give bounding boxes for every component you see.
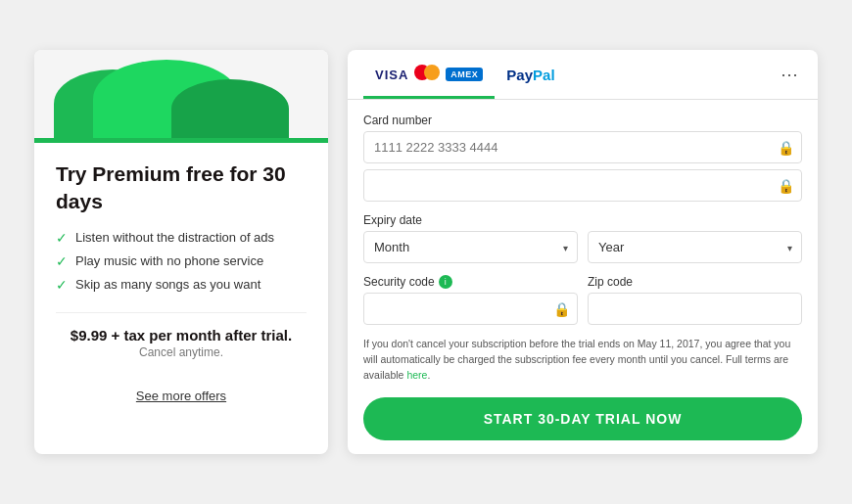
tab-card[interactable]: VISA AMEX: [363, 51, 495, 98]
paypal-label: PayPal: [506, 67, 554, 83]
expiry-group: Expiry date Month 01 02 03 04 05 06: [363, 213, 802, 263]
card-illustration: [34, 50, 328, 138]
year-group: Year 2017 2018 2019 2020 2021 2022 ▾: [588, 231, 802, 263]
features-list: ✓ Listen without the distraction of ads …: [56, 230, 307, 293]
card-number-secondary-input[interactable]: [363, 169, 802, 202]
feature-text-1: Listen without the distraction of ads: [75, 230, 274, 245]
feature-item-3: ✓ Skip as many songs as you want: [56, 277, 307, 293]
check-icon-1: ✓: [56, 230, 68, 246]
year-select[interactable]: Year 2017 2018 2019 2020 2021 2022: [588, 231, 802, 263]
terms-text: If you don't cancel your subscription be…: [363, 337, 802, 383]
start-trial-button[interactable]: START 30-DAY TRIAL NOW: [363, 397, 802, 440]
terms-link[interactable]: here: [406, 369, 427, 381]
zip-code-input[interactable]: [588, 293, 802, 325]
mc-circles: [414, 65, 440, 80]
card-number-input-wrapper: 🔒: [363, 131, 802, 163]
card-number-input[interactable]: [363, 131, 802, 163]
security-label-text: Security code: [363, 275, 435, 289]
info-icon: i: [439, 275, 452, 289]
see-more-link[interactable]: See more offers: [136, 389, 226, 403]
card-number-secondary-wrapper: 🔒: [363, 169, 802, 202]
security-input-wrapper: 🔒: [363, 293, 578, 325]
lock-gray-icon: 🔒: [778, 178, 794, 194]
price-section: $9.99 + tax per month after trial. Cance…: [56, 312, 307, 359]
security-zip-row: Security code i 🔒 Zip code: [363, 275, 802, 337]
hill-3: [171, 79, 289, 138]
expiry-row: Month 01 02 03 04 05 06 07 08 09 10: [363, 231, 802, 263]
zip-input-wrapper: [588, 293, 802, 325]
zip-label: Zip code: [588, 275, 802, 289]
price-text: $9.99 + tax per month after trial.: [56, 327, 307, 344]
security-label: Security code i: [363, 275, 578, 289]
month-group: Month 01 02 03 04 05 06 07 08 09 10: [363, 231, 578, 263]
card-number-label: Card number: [363, 114, 802, 127]
paypal-pal-text: Pal: [533, 67, 555, 83]
mc-orange-circle: [424, 65, 440, 80]
lock-orange-icon: 🔒: [778, 140, 794, 156]
zip-group: Zip code: [588, 275, 802, 325]
feature-text-3: Skip as many songs as you want: [75, 277, 260, 292]
expiry-label: Expiry date: [363, 213, 802, 227]
more-options-icon[interactable]: ⋯: [777, 50, 802, 99]
amex-icon: AMEX: [446, 68, 483, 81]
security-group: Security code i 🔒: [363, 275, 578, 325]
security-code-input[interactable]: [363, 293, 578, 325]
month-select[interactable]: Month 01 02 03 04 05 06 07 08 09 10: [363, 231, 578, 263]
year-select-wrapper: Year 2017 2018 2019 2020 2021 2022 ▾: [588, 231, 802, 263]
paypal-pay-text: Pay: [506, 67, 533, 83]
payment-method-tabs: VISA AMEX PayPal ⋯: [348, 50, 818, 100]
payment-form: Card number 🔒 🔒 Expiry date: [348, 100, 818, 453]
check-icon-2: ✓: [56, 253, 68, 269]
feature-item-1: ✓ Listen without the distraction of ads: [56, 230, 307, 246]
cancel-text: Cancel anytime.: [56, 345, 307, 359]
mastercard-icon: [414, 65, 440, 84]
see-more-section[interactable]: See more offers: [34, 375, 328, 418]
terms-period: .: [427, 369, 430, 381]
payment-card: VISA AMEX PayPal ⋯ Card number: [348, 50, 818, 453]
premium-offer-card: Try Premium free for 30 days ✓ Listen wi…: [34, 50, 328, 453]
card-number-group: Card number 🔒 🔒: [363, 114, 802, 202]
hills-decoration: [34, 69, 328, 138]
tab-paypal[interactable]: PayPal: [495, 53, 566, 97]
security-lock-icon: 🔒: [553, 301, 570, 317]
check-icon-3: ✓: [56, 277, 68, 293]
offer-title: Try Premium free for 30 days: [56, 160, 307, 214]
feature-text-2: Play music with no phone service: [75, 253, 263, 268]
visa-label: VISA: [375, 68, 408, 82]
month-select-wrapper: Month 01 02 03 04 05 06 07 08 09 10: [363, 231, 578, 263]
card-content: Try Premium free for 30 days ✓ Listen wi…: [34, 143, 328, 375]
feature-item-2: ✓ Play music with no phone service: [56, 253, 307, 269]
